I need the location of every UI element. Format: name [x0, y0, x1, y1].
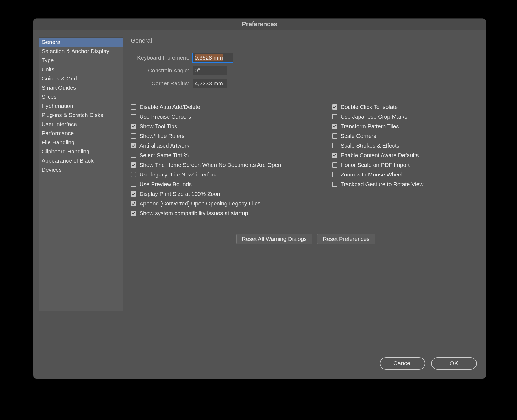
checkbox-label: Use legacy “File New” interface — [139, 171, 218, 178]
checkbox-display-print-size-at-100-zoom[interactable]: Display Print Size at 100% Zoom — [131, 189, 319, 199]
checkbox-icon — [332, 124, 337, 129]
checkbox-anti-aliased-artwork[interactable]: Anti-aliased Artwork — [131, 141, 319, 150]
sidebar-item-units[interactable]: Units — [39, 65, 123, 74]
checkbox-label: Use Japanese Crop Marks — [341, 113, 407, 120]
checkbox-icon — [332, 182, 337, 187]
sidebar-item-devices[interactable]: Devices — [39, 165, 123, 174]
sidebar-item-type[interactable]: Type — [39, 56, 123, 65]
sidebar-item-clipboard-handling[interactable]: Clipboard Handling — [39, 147, 123, 156]
checkbox-scale-corners[interactable]: Scale Corners — [332, 131, 423, 141]
checkbox-icon — [131, 124, 136, 129]
dialog-footer: Cancel OK — [33, 357, 486, 379]
checkbox-label: Enable Content Aware Defaults — [341, 152, 419, 159]
checkbox-use-japanese-crop-marks[interactable]: Use Japanese Crop Marks — [332, 112, 423, 121]
checkbox-use-preview-bounds[interactable]: Use Preview Bounds — [131, 179, 319, 189]
checkbox-label: Append [Converted] Upon Opening Legacy F… — [139, 200, 261, 207]
preferences-dialog: Preferences GeneralSelection & Anchor Di… — [33, 18, 486, 379]
dialog-title: Preferences — [33, 19, 486, 30]
checkbox-label: Use Precise Cursors — [139, 113, 191, 120]
dialog-body: GeneralSelection & Anchor DisplayTypeUni… — [33, 30, 486, 357]
checkbox-label: Show/Hide Rulers — [139, 133, 184, 139]
checkbox-label: Zoom with Mouse Wheel — [341, 171, 402, 178]
preferences-sidebar: GeneralSelection & Anchor DisplayTypeUni… — [39, 37, 123, 311]
checkbox-icon — [332, 104, 337, 110]
reset-warnings-button[interactable]: Reset All Warning Dialogs — [236, 234, 312, 244]
checkbox-column-left: Disable Auto Add/DeleteUse Precise Curso… — [131, 102, 319, 218]
checkbox-icon — [131, 211, 136, 216]
checkbox-label: Scale Strokes & Effects — [341, 142, 399, 149]
checkbox-label: Select Same Tint % — [139, 152, 189, 159]
sidebar-item-hyphenation[interactable]: Hyphenation — [39, 101, 123, 110]
checkbox-label: Anti-aliased Artwork — [139, 142, 189, 149]
checkbox-columns: Disable Auto Add/DeleteUse Precise Curso… — [131, 102, 481, 218]
checkbox-trackpad-gesture-to-rotate-view[interactable]: Trackpad Gesture to Rotate View — [332, 179, 423, 189]
checkbox-double-click-to-isolate[interactable]: Double Click To Isolate — [332, 102, 423, 112]
checkbox-show-the-home-screen-when-no-documents-are-open[interactable]: Show The Home Screen When No Documents A… — [131, 160, 319, 170]
corner-radius-row: Corner Radius: — [131, 79, 481, 88]
checkbox-icon — [131, 104, 136, 110]
checkbox-transform-pattern-tiles[interactable]: Transform Pattern Tiles — [332, 121, 423, 131]
checkbox-use-precise-cursors[interactable]: Use Precise Cursors — [131, 112, 319, 121]
checkbox-icon — [131, 201, 136, 206]
checkbox-show-hide-rulers[interactable]: Show/Hide Rulers — [131, 131, 319, 141]
divider — [131, 97, 481, 97]
constrain-angle-input[interactable] — [193, 66, 227, 75]
checkbox-icon — [332, 114, 337, 119]
checkbox-enable-content-aware-defaults[interactable]: Enable Content Aware Defaults — [332, 150, 423, 160]
corner-radius-input[interactable] — [193, 79, 227, 88]
preferences-main: General Keyboard Increment: Constrain An… — [131, 37, 481, 352]
checkbox-zoom-with-mouse-wheel[interactable]: Zoom with Mouse Wheel — [332, 170, 423, 179]
keyboard-increment-label: Keyboard Increment: — [131, 54, 193, 61]
checkbox-icon — [131, 153, 136, 158]
checkbox-append-converted-upon-opening-legacy-files[interactable]: Append [Converted] Upon Opening Legacy F… — [131, 199, 319, 208]
checkbox-label: Use Preview Bounds — [139, 181, 192, 187]
sidebar-item-file-handling[interactable]: File Handling — [39, 138, 123, 147]
reset-button-row: Reset All Warning Dialogs Reset Preferen… — [131, 229, 481, 244]
sidebar-item-smart-guides[interactable]: Smart Guides — [39, 83, 123, 92]
checkbox-honor-scale-on-pdf-import[interactable]: Honor Scale on PDF Import — [332, 160, 423, 170]
checkbox-label: Scale Corners — [341, 133, 376, 139]
checkbox-scale-strokes-effects[interactable]: Scale Strokes & Effects — [332, 141, 423, 150]
checkbox-label: Display Print Size at 100% Zoom — [139, 191, 222, 197]
sidebar-item-selection-anchor-display[interactable]: Selection & Anchor Display — [39, 47, 123, 56]
sidebar-item-appearance-of-black[interactable]: Appearance of Black — [39, 156, 123, 165]
checkbox-label: Show The Home Screen When No Documents A… — [139, 162, 281, 168]
checkbox-icon — [131, 114, 136, 119]
checkbox-icon — [131, 143, 136, 148]
checkbox-icon — [131, 191, 136, 197]
checkbox-column-right: Double Click To IsolateUse Japanese Crop… — [332, 102, 423, 218]
corner-radius-label: Corner Radius: — [131, 80, 193, 87]
checkbox-icon — [131, 182, 136, 187]
cancel-button[interactable]: Cancel — [380, 357, 425, 370]
checkbox-icon — [332, 143, 337, 148]
checkbox-icon — [332, 133, 337, 139]
checkbox-label: Honor Scale on PDF Import — [341, 162, 410, 168]
ok-button[interactable]: OK — [431, 357, 477, 370]
checkbox-use-legacy-file-new-interface[interactable]: Use legacy “File New” interface — [131, 170, 319, 179]
keyboard-increment-row: Keyboard Increment: — [131, 53, 481, 62]
checkbox-label: Double Click To Isolate — [341, 104, 398, 110]
sidebar-item-slices[interactable]: Slices — [39, 92, 123, 101]
checkbox-label: Show Tool Tips — [139, 123, 177, 130]
sidebar-item-performance[interactable]: Performance — [39, 129, 123, 138]
sidebar-item-general[interactable]: General — [39, 38, 123, 47]
checkbox-show-tool-tips[interactable]: Show Tool Tips — [131, 121, 319, 131]
reset-preferences-button[interactable]: Reset Preferences — [317, 234, 375, 244]
checkbox-icon — [332, 162, 337, 168]
checkbox-icon — [131, 133, 136, 139]
checkbox-icon — [131, 162, 136, 168]
checkbox-label: Transform Pattern Tiles — [341, 123, 399, 130]
checkbox-icon — [131, 172, 136, 177]
section-title: General — [131, 37, 481, 46]
sidebar-item-plug-ins-scratch-disks[interactable]: Plug-ins & Scratch Disks — [39, 110, 123, 120]
constrain-angle-row: Constrain Angle: — [131, 66, 481, 75]
checkbox-show-system-compatibility-issues-at-startup[interactable]: Show system compatibility issues at star… — [131, 208, 319, 218]
checkbox-select-same-tint[interactable]: Select Same Tint % — [131, 150, 319, 160]
checkbox-disable-auto-add-delete[interactable]: Disable Auto Add/Delete — [131, 102, 319, 112]
sidebar-item-user-interface[interactable]: User Interface — [39, 120, 123, 129]
sidebar-item-guides-grid[interactable]: Guides & Grid — [39, 74, 123, 83]
checkbox-label: Disable Auto Add/Delete — [139, 104, 200, 110]
checkbox-icon — [332, 172, 337, 177]
checkbox-label: Trackpad Gesture to Rotate View — [341, 181, 423, 187]
keyboard-increment-input[interactable] — [193, 53, 233, 62]
